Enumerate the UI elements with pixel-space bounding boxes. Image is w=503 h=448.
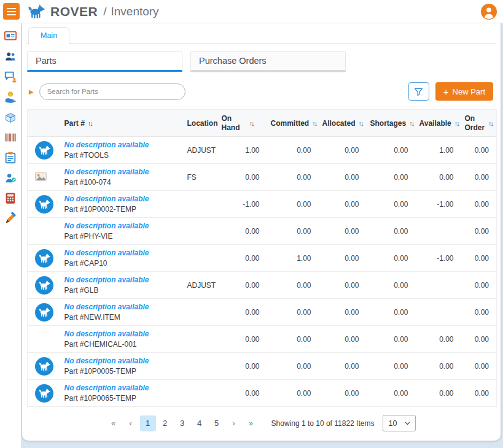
next-page-button[interactable]: › xyxy=(226,415,242,431)
page-size-select[interactable]: 10 xyxy=(383,415,416,431)
available-cell: 0.00 xyxy=(416,353,461,380)
first-page-button[interactable]: « xyxy=(106,415,122,431)
allocated-cell: 0.00 xyxy=(319,245,367,272)
available-cell: 1.00 xyxy=(416,137,461,164)
customers-icon[interactable] xyxy=(4,50,17,63)
column-header-on_hand[interactable]: On Hand↑↓ xyxy=(218,110,267,137)
shortages-cell: 0.00 xyxy=(367,272,416,299)
inventory-icon[interactable] xyxy=(4,110,17,124)
shortages-cell: 0.00 xyxy=(367,299,416,326)
sort-icon[interactable]: ↑↓ xyxy=(312,120,316,127)
accounting-icon[interactable] xyxy=(4,191,17,205)
table-row[interactable]: No description availablePart #CHEMICAL-0… xyxy=(28,326,497,353)
orders-icon[interactable] xyxy=(4,151,17,164)
part-location xyxy=(184,218,218,245)
part-photo-icon xyxy=(35,172,47,181)
column-header-available[interactable]: Available↑↓ xyxy=(416,110,461,137)
column-header-location: Location xyxy=(184,110,218,137)
part-number: Part #CHEMICAL-001 xyxy=(64,340,180,349)
column-header-part[interactable]: Part #↑↓ xyxy=(61,110,184,137)
shortages-cell: 0.00 xyxy=(367,326,416,353)
committed-cell: 0.00 xyxy=(267,299,319,326)
available-cell: 0.00 xyxy=(416,380,461,407)
table-row[interactable]: No description availablePart #10P0065-TE… xyxy=(28,380,497,407)
page-button-4[interactable]: 4 xyxy=(192,415,208,431)
column-header-allocated[interactable]: Allocated↑↓ xyxy=(319,110,367,137)
dashboard-icon[interactable] xyxy=(4,29,17,43)
vendors-icon[interactable] xyxy=(4,171,17,185)
table-row[interactable]: No description availablePart #PHY-VIE0.0… xyxy=(28,218,497,245)
part-description: No description available xyxy=(64,249,180,257)
table-row[interactable]: No description availablePart #100-074FS0… xyxy=(28,164,497,191)
part-dog-icon xyxy=(35,141,53,160)
pager-info: Showing 1 to 10 of 11822 Items xyxy=(271,419,375,428)
on-order-cell: 0.00 xyxy=(461,299,497,326)
menu-button[interactable] xyxy=(3,3,20,20)
last-page-button[interactable]: » xyxy=(243,415,259,431)
part-location: FS xyxy=(184,164,218,191)
page-button-5[interactable]: 5 xyxy=(209,415,225,431)
new-part-label: New Part xyxy=(453,87,485,96)
table-row[interactable]: No description availablePart #CAP100.001… xyxy=(28,245,497,272)
allocated-cell: 0.00 xyxy=(319,299,367,326)
on-order-cell: 0.00 xyxy=(461,191,497,218)
table-row[interactable]: No description availablePart #TOOLSADJUS… xyxy=(28,137,497,164)
shortages-cell: 0.00 xyxy=(367,380,416,407)
search-input[interactable] xyxy=(39,83,185,100)
part-dog-icon xyxy=(35,249,53,268)
work-orders-icon[interactable] xyxy=(4,212,17,225)
available-cell xyxy=(416,218,461,245)
sort-icon[interactable]: ↑↓ xyxy=(359,120,363,127)
part-description: No description available xyxy=(64,168,180,176)
part-number: Part #100-074 xyxy=(64,178,180,187)
part-description: No description available xyxy=(64,330,180,338)
sort-icon[interactable]: ↑↓ xyxy=(88,120,92,127)
part-description: No description available xyxy=(64,357,180,365)
allocated-cell: 0.00 xyxy=(319,380,367,407)
part-location: ADJUST xyxy=(184,272,218,299)
sort-icon[interactable]: ↑↓ xyxy=(488,120,493,127)
tab-main[interactable]: Main xyxy=(28,27,69,45)
part-number: Part #NEW.ITEM xyxy=(64,313,180,322)
table-row[interactable]: No description availablePart #10P0005-TE… xyxy=(28,353,497,380)
committed-cell: 0.00 xyxy=(267,164,319,191)
on-order-cell: 0.00 xyxy=(461,218,497,245)
new-part-button[interactable]: + New Part xyxy=(435,82,493,101)
tab-parts[interactable]: Parts xyxy=(27,51,182,72)
brand-name: ROVER xyxy=(50,4,98,19)
prev-page-button[interactable]: ‹ xyxy=(123,415,139,431)
section-expand-icon[interactable]: ▶ xyxy=(29,88,34,95)
table-header-row: Part #↑↓LocationOn Hand↑↓Committed↑↓Allo… xyxy=(28,110,497,137)
column-header-on_order[interactable]: On Order↑↓ xyxy=(461,110,497,137)
shortages-cell: 0.00 xyxy=(367,218,416,245)
main-area: Main Parts Purchase Orders ▶ + New Part xyxy=(21,23,503,448)
pager-pages: 12345 xyxy=(140,415,225,431)
committed-cell: 0.00 xyxy=(267,218,319,245)
table-body: No description availablePart #TOOLSADJUS… xyxy=(28,137,497,407)
available-cell: -1.00 xyxy=(416,191,461,218)
column-header-committed[interactable]: Committed↑↓ xyxy=(267,110,319,137)
on-hand-cell: -1.00 xyxy=(218,191,267,218)
table-row[interactable]: No description availablePart #10P0002-TE… xyxy=(28,191,497,218)
brand-logo[interactable]: ROVER xyxy=(27,4,98,19)
barcode-icon[interactable] xyxy=(4,131,17,144)
page-button-3[interactable]: 3 xyxy=(174,415,190,431)
column-header-shortages[interactable]: Shortages↑↓ xyxy=(367,110,416,137)
part-number: Part #10P0002-TEMP xyxy=(64,205,180,214)
filter-button[interactable] xyxy=(408,82,429,101)
payments-icon[interactable] xyxy=(4,90,17,104)
sort-icon[interactable]: ↑↓ xyxy=(454,120,459,127)
table-row[interactable]: No description availablePart #GLBADJUST0… xyxy=(28,272,497,299)
messages-icon[interactable] xyxy=(4,70,17,83)
sort-icon[interactable]: ↑↓ xyxy=(249,120,254,127)
allocated-cell: 0.00 xyxy=(319,218,367,245)
user-avatar[interactable] xyxy=(481,4,497,20)
table-row[interactable]: No description availablePart #NEW.ITEM0.… xyxy=(28,299,497,326)
part-location xyxy=(184,299,218,326)
page-button-1[interactable]: 1 xyxy=(140,415,156,431)
tab-purchase-orders[interactable]: Purchase Orders xyxy=(190,51,346,72)
rover-dog-icon xyxy=(27,4,46,19)
sort-icon[interactable]: ↑↓ xyxy=(409,120,413,127)
part-number: Part #CAP10 xyxy=(64,259,180,268)
page-button-2[interactable]: 2 xyxy=(157,415,173,431)
